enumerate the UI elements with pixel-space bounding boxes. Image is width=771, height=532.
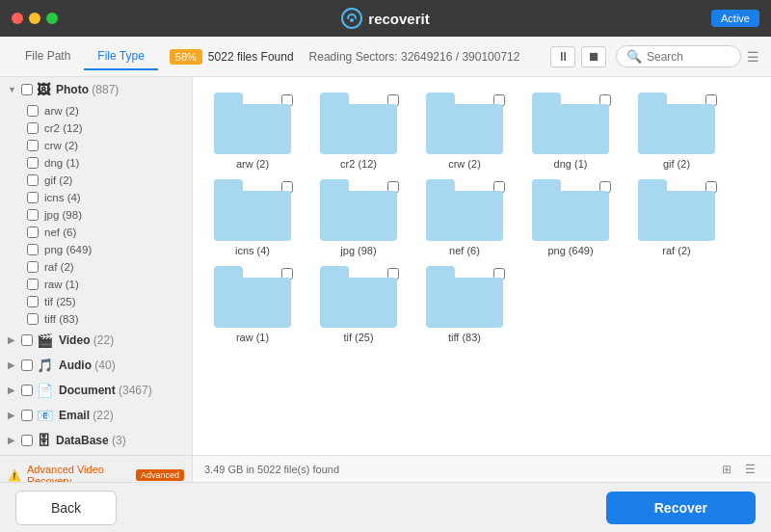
category-checkbox-photo[interactable]	[21, 84, 33, 95]
folder-icon	[320, 93, 397, 154]
item-checkbox[interactable]	[27, 261, 39, 273]
item-checkbox[interactable]	[27, 226, 39, 238]
item-checkbox[interactable]	[27, 140, 39, 151]
sidebar-item[interactable]: raw (1)	[0, 276, 192, 293]
folder-label: png (649)	[547, 245, 593, 256]
minimize-button[interactable]	[29, 13, 40, 24]
reading-sectors-text: Reading Sectors: 32649216 / 390100712	[309, 50, 550, 64]
category-checkbox-audio[interactable]	[21, 359, 33, 371]
main-content: ▼ 🖼 Photo (887) arw (2)cr2 (12)crw (2)dn…	[0, 77, 771, 482]
item-checkbox[interactable]	[27, 244, 39, 255]
search-input[interactable]	[647, 50, 733, 64]
list-item[interactable]: crw (2)	[416, 93, 513, 170]
folder-label: tif (25)	[343, 332, 373, 343]
list-item[interactable]: tiff (83)	[416, 266, 513, 343]
search-icon: 🔍	[626, 49, 642, 64]
tab-group: File Path File Type	[12, 43, 158, 70]
sidebar-item[interactable]: icns (4)	[0, 189, 192, 206]
sidebar: ▼ 🖼 Photo (887) arw (2)cr2 (12)crw (2)dn…	[0, 77, 193, 482]
recover-button[interactable]: Recover	[606, 492, 756, 524]
category-checkbox-video[interactable]	[21, 334, 33, 346]
category-header-video[interactable]: ▶ 🎬 Video (22)	[0, 328, 192, 353]
list-item[interactable]: nef (6)	[416, 179, 513, 256]
back-button[interactable]: Back	[15, 491, 117, 525]
category-document: ▶ 📄 Document (3467)	[0, 378, 192, 403]
sidebar-item[interactable]: raf (2)	[0, 258, 192, 276]
adv-badge: Advanced	[136, 469, 184, 481]
pause-button[interactable]: ⏸	[550, 46, 575, 67]
list-item[interactable]: png (649)	[522, 179, 619, 256]
list-item[interactable]: icns (4)	[204, 179, 301, 256]
folder-icon	[214, 266, 291, 328]
list-item[interactable]: arw (2)	[204, 93, 301, 170]
category-checkbox-database[interactable]	[21, 435, 33, 446]
category-header-audio[interactable]: ▶ 🎵 Audio (40)	[0, 353, 192, 378]
item-checkbox[interactable]	[27, 296, 39, 307]
item-label: raf (2)	[44, 261, 74, 273]
item-checkbox[interactable]	[27, 279, 39, 290]
sidebar-item[interactable]: tif (25)	[0, 293, 192, 310]
list-view-button[interactable]: ☰	[740, 461, 759, 478]
folder-label: dng (1)	[554, 158, 588, 170]
sidebar-item[interactable]: jpg (98)	[0, 206, 192, 224]
category-header-email[interactable]: ▶ 📧 Email (22)	[0, 403, 192, 428]
sidebar-item[interactable]: gif (2)	[0, 172, 192, 189]
item-checkbox[interactable]	[27, 122, 39, 134]
sidebar-item[interactable]: nef (6)	[0, 224, 192, 241]
item-label: nef (6)	[44, 226, 76, 238]
sidebar-divider	[0, 455, 192, 456]
sidebar-item[interactable]: crw (2)	[0, 137, 192, 154]
folder-label: nef (6)	[449, 245, 480, 256]
item-label: gif (2)	[44, 174, 72, 186]
sidebar-item[interactable]: cr2 (12)	[0, 120, 192, 137]
sidebar-item[interactable]: png (649)	[0, 241, 192, 258]
folder-icon	[532, 179, 609, 241]
item-checkbox[interactable]	[27, 192, 39, 203]
folder-icon	[638, 93, 715, 154]
item-label: dng (1)	[44, 157, 79, 169]
item-checkbox[interactable]	[27, 105, 39, 117]
list-item[interactable]: cr2 (12)	[310, 93, 407, 170]
list-item[interactable]: jpg (98)	[310, 179, 407, 256]
maximize-button[interactable]	[46, 13, 58, 24]
category-checkbox-document[interactable]	[21, 385, 33, 396]
item-checkbox[interactable]	[27, 157, 39, 169]
stop-button[interactable]: ⏹	[581, 46, 606, 67]
category-checkbox-email[interactable]	[21, 410, 33, 421]
filter-icon[interactable]: ☰	[747, 49, 759, 65]
category-children-photo: arw (2)cr2 (12)crw (2)dng (1)gif (2)icns…	[0, 102, 192, 328]
list-item[interactable]: raw (1)	[204, 266, 301, 343]
list-item[interactable]: tif (25)	[310, 266, 407, 343]
grid-view-button[interactable]: ⊞	[717, 461, 736, 478]
chevron-right-icon-database: ▶	[8, 436, 17, 445]
list-item[interactable]: gif (2)	[628, 93, 725, 170]
folder-label: jpg (98)	[340, 245, 376, 256]
item-checkbox[interactable]	[27, 174, 39, 186]
sidebar-item[interactable]: tiff (83)	[0, 310, 192, 328]
svg-point-1	[350, 18, 354, 22]
folder-icon	[214, 93, 291, 154]
adv-video-recovery[interactable]: ⚠️ Advanced Video Recovery Advanced	[0, 458, 192, 482]
list-item[interactable]: dng (1)	[522, 93, 619, 170]
adv-video-recovery-label: Advanced Video Recovery	[27, 464, 130, 482]
category-email: ▶ 📧 Email (22)	[0, 403, 192, 428]
item-checkbox[interactable]	[27, 313, 39, 325]
item-checkbox[interactable]	[27, 209, 39, 221]
category-label-email: Email (22)	[59, 409, 114, 422]
sidebar-item[interactable]: arw (2)	[0, 102, 192, 120]
category-header-document[interactable]: ▶ 📄 Document (3467)	[0, 378, 192, 403]
sidebar-item[interactable]: dng (1)	[0, 154, 192, 172]
category-label-document: Document (3467)	[59, 384, 152, 397]
search-box[interactable]: 🔍	[616, 45, 741, 67]
close-button[interactable]	[12, 13, 23, 24]
list-item[interactable]: raf (2)	[628, 179, 725, 256]
folder-label: arw (2)	[236, 158, 269, 170]
folder-icon	[426, 179, 503, 241]
category-header-photo[interactable]: ▼ 🖼 Photo (887)	[0, 77, 192, 102]
tab-filepath[interactable]: File Path	[12, 43, 84, 70]
category-header-database[interactable]: ▶ 🗄 DataBase (3)	[0, 428, 192, 453]
category-label-photo: Photo (887)	[56, 83, 119, 96]
tab-filetype[interactable]: File Type	[84, 43, 157, 70]
bottom-bar: Back Recover	[0, 482, 771, 532]
progress-badge: 58%	[170, 49, 202, 65]
